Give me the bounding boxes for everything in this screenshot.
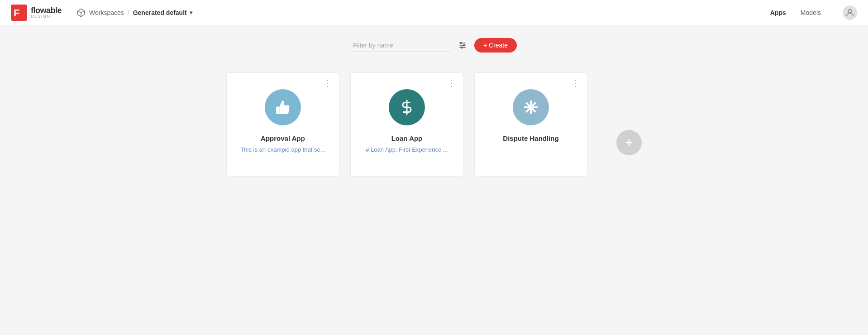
card-dispute-handling[interactable]: ⋮ Dispute Handling [474, 72, 587, 177]
card-loan-app[interactable]: ⋮ Loan App # Loan App: First Experience … [350, 72, 463, 177]
approval-app-icon-circle [265, 89, 301, 125]
filter-icon-button[interactable] [456, 39, 469, 52]
svg-point-9 [461, 47, 463, 48]
logo-sub-label: DESIGN [31, 14, 62, 19]
cards-area: ⋮ Approval App This is an example app th… [0, 63, 868, 186]
card-menu-button-loan[interactable]: ⋮ [448, 79, 457, 87]
asterisk-icon [523, 99, 539, 115]
header-nav: Apps Models [770, 5, 857, 20]
filter-bar: + Create [0, 25, 868, 63]
add-new-app-button[interactable] [616, 130, 642, 155]
card-approval-app[interactable]: ⋮ Approval App This is an example app th… [226, 72, 339, 177]
card-menu-button-approval[interactable]: ⋮ [324, 79, 333, 87]
logo-name-label: flowable [31, 6, 62, 14]
loan-app-title: Loan App [391, 134, 423, 142]
filter-input[interactable] [351, 39, 451, 52]
svg-point-7 [460, 42, 462, 43]
svg-point-3 [848, 9, 851, 12]
user-icon [845, 8, 855, 18]
logo-text: flowable DESIGN [31, 6, 62, 19]
dispute-handling-icon-circle [513, 89, 549, 125]
current-workspace-label[interactable]: Generated default ▾ [133, 9, 192, 16]
thumbsup-icon [275, 99, 291, 115]
flowable-logo-icon: F [11, 5, 27, 21]
sliders-icon [458, 41, 467, 50]
approval-app-title: Approval App [261, 134, 305, 142]
workspaces-link[interactable]: Workspaces [89, 9, 124, 16]
chevron-down-icon: ▾ [190, 10, 192, 16]
user-avatar[interactable] [843, 5, 857, 20]
nav-item-apps[interactable]: Apps [770, 9, 786, 16]
loan-app-icon-circle [389, 89, 425, 125]
dispute-handling-title: Dispute Handling [503, 134, 558, 142]
loan-app-desc: # Loan App: First Experience ... [366, 146, 448, 154]
logo-area: F flowable DESIGN [11, 5, 62, 21]
approval-app-desc: This is an example app that se... [240, 146, 325, 154]
nav-item-models[interactable]: Models [801, 9, 821, 16]
dollar-icon [399, 99, 415, 115]
card-menu-button-dispute[interactable]: ⋮ [572, 79, 581, 87]
svg-point-8 [463, 44, 465, 46]
main-header: F flowable DESIGN Workspaces / Generated… [0, 0, 868, 25]
create-button[interactable]: + Create [474, 38, 517, 53]
breadcrumb-separator: / [128, 9, 129, 16]
cube-icon [76, 8, 86, 17]
plus-icon [624, 137, 634, 148]
breadcrumb: Workspaces / Generated default ▾ [76, 8, 192, 17]
svg-text:F: F [14, 7, 19, 19]
